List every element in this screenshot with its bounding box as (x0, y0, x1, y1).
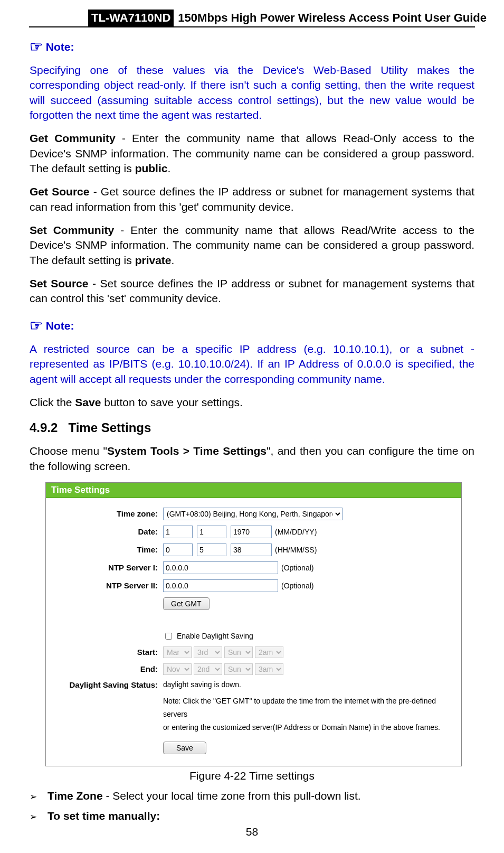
note-body: Specifying one of these values via the D… (30, 63, 474, 123)
ntp1-optional: (Optional) (281, 564, 313, 572)
menu-path: System Tools > Time Settings (107, 445, 267, 457)
timezone-row: Time zone: (GMT+08:00) Beijing, Hong Kon… (52, 508, 455, 520)
note-line-2: or entering the customized server(IP Add… (163, 721, 455, 734)
start-hour-select[interactable]: 2am (255, 646, 283, 658)
date-hint: (MM/DD/YY) (275, 528, 317, 536)
get-gmt-button[interactable]: Get GMT (163, 597, 210, 610)
bullet-1: ➢ Time Zone - Select your local time zon… (30, 790, 474, 802)
ntp2-row: NTP Server II: (Optional) (52, 579, 455, 592)
default: public (135, 162, 168, 174)
note-body-2: A restricted source can be a specific IP… (30, 342, 474, 387)
term: Get Community (30, 132, 116, 144)
dss-text: daylight saving is down. (163, 680, 241, 689)
text: - Set source defines the IP address or s… (30, 277, 474, 304)
date-day-input[interactable] (197, 526, 226, 538)
timezone-select[interactable]: (GMT+08:00) Beijing, Hong Kong, Perth, S… (163, 508, 343, 520)
term: Set Community (30, 224, 114, 236)
section-num: 4.9.2 (30, 420, 58, 435)
end-day-select[interactable]: Sun (224, 663, 253, 675)
start-day-select[interactable]: Sun (224, 646, 253, 658)
end-hour-select[interactable]: 3am (255, 663, 283, 675)
end-week-select[interactable]: 2nd (194, 663, 222, 675)
save-bold: Save (75, 396, 101, 408)
time-row: Time: (HH/MM/SS) (52, 543, 455, 556)
model-badge: TL-WA7110ND (88, 10, 174, 26)
text: - Get source defines the IP address or s… (30, 185, 474, 212)
panel-title: Time Settings (46, 483, 461, 498)
start-row: Start: Mar 3rd Sun 2am (52, 646, 455, 658)
hand-icon: ☞ (30, 39, 43, 55)
get-community-para: Get Community - Enter the community name… (30, 131, 474, 176)
enable-ds-checkbox[interactable] (165, 633, 172, 640)
note-label-text: Note: (46, 320, 74, 332)
pre: Click the (30, 396, 75, 408)
tail: . (172, 254, 175, 266)
start-label: Start: (52, 648, 163, 657)
pre: Choose menu " (30, 445, 107, 457)
save-paragraph: Click the Save button to save your setti… (30, 395, 474, 410)
figure-screenshot: Time Settings Time zone: (GMT+08:00) Bei… (45, 482, 462, 767)
dss-row: Daylight Saving Status: daylight saving … (52, 680, 455, 689)
save-row: Save (52, 742, 455, 754)
term: Time Zone (47, 790, 103, 802)
timezone-label: Time zone: (52, 509, 163, 518)
section-title: Time Settings (68, 420, 151, 435)
time-label: Time: (52, 545, 163, 554)
bullet-2: ➢ To set time manually: (30, 810, 474, 822)
post: button to save your settings. (101, 396, 243, 408)
ntp2-label: NTP Server II: (52, 581, 163, 590)
header-rule (29, 26, 475, 27)
term: Set Source (30, 277, 88, 289)
note-heading: ☞ Note: (30, 38, 474, 55)
enable-ds-text: Enable Daylight Saving (177, 632, 253, 640)
set-community-para: Set Community - Enter the community name… (30, 223, 474, 268)
page-number: 58 (0, 826, 504, 838)
default: private (135, 254, 172, 266)
start-week-select[interactable]: 3rd (194, 646, 222, 658)
bullet-text: To set time manually: (47, 810, 160, 822)
get-gmt-row: Get GMT (52, 597, 455, 610)
note-line-1: Note: Click the "GET GMT" to update the … (163, 695, 455, 721)
figure-note: Note: Click the "GET GMT" to update the … (163, 695, 455, 735)
intro-para: Choose menu "System Tools > Time Setting… (30, 444, 474, 474)
chevron-icon: ➢ (30, 791, 47, 802)
date-year-input[interactable] (231, 526, 272, 538)
enable-ds-row: Enable Daylight Saving (52, 631, 455, 641)
start-month-select[interactable]: Mar (163, 646, 192, 658)
figure-caption: Figure 4-22 Time settings (30, 770, 474, 782)
end-month-select[interactable]: Nov (163, 663, 192, 675)
dss-label: Daylight Saving Status: (52, 680, 163, 689)
time-hint: (HH/MM/SS) (275, 546, 317, 554)
note-heading-2: ☞ Note: (30, 317, 474, 334)
time-minute-input[interactable] (197, 543, 226, 556)
ntp1-label: NTP Server I: (52, 563, 163, 572)
get-source-para: Get Source - Get source defines the IP a… (30, 184, 474, 214)
note-label-text: Note: (46, 41, 74, 53)
ntp2-input[interactable] (163, 579, 278, 592)
time-hour-input[interactable] (163, 543, 193, 556)
section-heading: 4.9.2 Time Settings (30, 420, 474, 435)
time-second-input[interactable] (231, 543, 272, 556)
panel-body: Time zone: (GMT+08:00) Beijing, Hong Kon… (46, 498, 461, 766)
rest: - Select your local time zone from this … (103, 790, 361, 802)
set-source-para: Set Source - Set source defines the IP a… (30, 276, 474, 306)
ntp1-input[interactable] (163, 561, 278, 574)
term: Get Source (30, 185, 89, 198)
end-row: End: Nov 2nd Sun 3am (52, 663, 455, 675)
tail: . (167, 162, 170, 174)
doc-title: 150Mbps High Power Wireless Access Point… (174, 10, 487, 26)
date-row: Date: (MM/DD/YY) (52, 526, 455, 538)
date-label: Date: (52, 527, 163, 536)
doc-header: TL-WA7110ND 150Mbps High Power Wireless … (88, 10, 504, 26)
ntp2-optional: (Optional) (281, 582, 313, 590)
bullet-text: Time Zone - Select your local time zone … (47, 790, 361, 802)
date-month-input[interactable] (163, 526, 193, 538)
end-label: End: (52, 664, 163, 673)
term: To set time manually: (47, 810, 160, 822)
save-button[interactable]: Save (163, 742, 206, 754)
chevron-icon: ➢ (30, 811, 47, 822)
hand-icon: ☞ (30, 317, 43, 334)
ntp1-row: NTP Server I: (Optional) (52, 561, 455, 574)
